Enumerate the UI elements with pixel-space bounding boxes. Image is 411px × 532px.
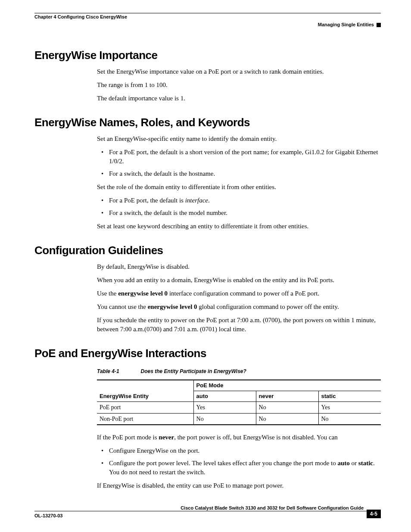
th-auto: auto: [193, 391, 256, 402]
para: If the PoE port mode is never, the port …: [97, 433, 381, 442]
cell: No: [256, 413, 318, 425]
para: Set the EnergyWise importance value on a…: [97, 67, 381, 76]
table-caption: Table 4-1Does the Entity Participate in …: [97, 368, 381, 375]
header-marker-icon: [377, 23, 381, 27]
list-item: Configure EnergyWise on the port.: [97, 446, 381, 455]
para: The default importance value is 1.: [97, 94, 381, 103]
bullet-list: For a PoE port, the default is interface…: [97, 196, 381, 218]
list-item: For a switch, the default is the hostnam…: [97, 169, 381, 178]
para: You cannot use the energywise level 0 gl…: [97, 302, 381, 311]
cell: Non-PoE port: [97, 413, 193, 425]
bold-command: energywise level 0: [148, 303, 197, 310]
body-names-roles: Set an EnergyWise-specific entity name t…: [97, 134, 381, 231]
para: If you schedule the entity to power on t…: [97, 316, 381, 334]
bullet-list: For a PoE port, the default is a short v…: [97, 148, 381, 178]
heading-config-guidelines: Configuration Guidelines: [34, 244, 381, 257]
th-entity: EnergyWise Entity: [97, 380, 193, 402]
th-poe-mode: PoE Mode: [193, 380, 381, 391]
th-static: static: [318, 391, 381, 402]
table-row: Non-PoE port No No No: [97, 413, 381, 425]
list-item: Configure the port power level. The leve…: [97, 459, 381, 477]
para: Set at least one keyword describing an e…: [97, 222, 381, 231]
cell: No: [318, 413, 381, 425]
para: When you add an entity to a domain, Ener…: [97, 276, 381, 285]
para: If EnergyWise is disabled, the entity ca…: [97, 481, 381, 490]
body-config-guidelines: By default, EnergyWise is disabled. When…: [97, 262, 381, 334]
para: Use the energywise level 0 interface con…: [97, 289, 381, 298]
cell: PoE port: [97, 402, 193, 414]
para: Set the role of the domain entity to dif…: [97, 183, 381, 192]
body-poe-interactions: Table 4-1Does the Entity Participate in …: [97, 368, 381, 490]
th-never: never: [256, 391, 318, 402]
list-item: For a switch, the default is the model n…: [97, 208, 381, 218]
bold-command: energywise level 0: [118, 290, 168, 297]
table-row: PoE port Yes No Yes: [97, 402, 381, 414]
cell: No: [193, 413, 256, 425]
heading-importance: EnergyWise Importance: [34, 49, 381, 62]
list-item: For a PoE port, the default is a short v…: [97, 148, 381, 166]
bold-term: auto: [338, 460, 350, 467]
italic-term: interface: [185, 197, 208, 204]
cell: No: [256, 402, 318, 414]
para: Set an EnergyWise-specific entity name t…: [97, 134, 381, 143]
running-subheader: Managing Single Entities: [34, 22, 381, 27]
table-title: Does the Entity Participate in EnergyWis…: [141, 368, 246, 374]
body-importance: Set the EnergyWise importance value on a…: [97, 67, 381, 103]
cell: Yes: [318, 402, 381, 414]
heading-names-roles: EnergyWise Names, Roles, and Keywords: [34, 116, 381, 129]
section-right-label: Managing Single Entities: [318, 22, 374, 27]
page-footer: Cisco Catalyst Blade Switch 3130 and 303…: [34, 505, 381, 519]
running-header: Chapter 4 Configuring Cisco EnergyWise: [34, 13, 381, 19]
bold-term: never: [159, 434, 174, 441]
bullet-list: Configure EnergyWise on the port. Config…: [97, 446, 381, 477]
table-number: Table 4-1: [97, 368, 119, 374]
bold-term: static: [358, 460, 373, 467]
page-number: 4-5: [367, 510, 381, 518]
participation-table: EnergyWise Entity PoE Mode auto never st…: [97, 380, 381, 426]
para: By default, EnergyWise is disabled.: [97, 262, 381, 271]
list-item: For a PoE port, the default is interface…: [97, 196, 381, 205]
footer-guide-title: Cisco Catalyst Blade Switch 3130 and 303…: [34, 505, 381, 511]
chapter-label: Chapter 4 Configuring Cisco EnergyWise: [34, 14, 127, 19]
heading-poe-interactions: PoE and EnergyWise Interactions: [34, 347, 381, 360]
cell: Yes: [193, 402, 256, 414]
doc-number: OL-13270-03: [34, 513, 62, 518]
para: The range is from 1 to 100.: [97, 81, 381, 90]
